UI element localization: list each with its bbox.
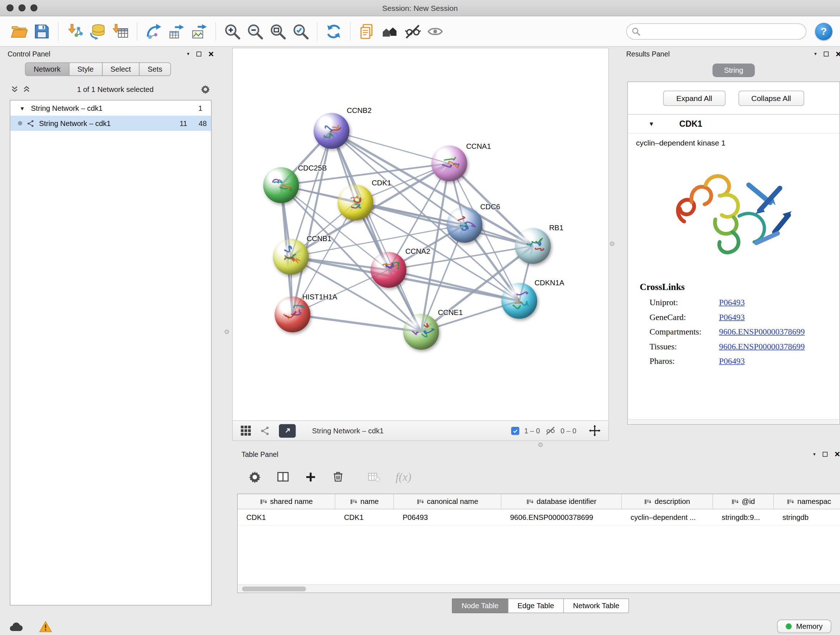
table-panel-float-icon[interactable]: [823, 451, 828, 456]
network-node-CCNE1[interactable]: [403, 314, 439, 350]
help-button[interactable]: ?: [815, 22, 832, 40]
gene-section-collapse-icon[interactable]: ▼: [649, 121, 654, 127]
selected-checkbox[interactable]: [511, 426, 519, 435]
network-node-CCNA2[interactable]: [371, 252, 407, 288]
hide-selected-button[interactable]: [401, 19, 424, 43]
export-image-button[interactable]: [188, 19, 210, 43]
table-cell[interactable]: cyclin–dependent ...: [622, 513, 713, 522]
network-node-CDK1[interactable]: [338, 185, 373, 220]
table-cell[interactable]: P06493: [394, 513, 501, 522]
refresh-button[interactable]: [322, 19, 345, 43]
column-header[interactable]: shared name: [238, 494, 335, 509]
network-node-CDKN1A[interactable]: [501, 283, 537, 319]
import-table-from-file-button[interactable]: [109, 19, 132, 43]
crosslink-value-link[interactable]: P06493: [719, 356, 745, 366]
open-session-button[interactable]: [8, 19, 30, 43]
table-panel-close-icon[interactable]: ×: [835, 449, 840, 459]
table-horizontal-scrollbar[interactable]: [238, 584, 840, 593]
network-node-HIST1H1A[interactable]: [275, 296, 310, 333]
splitter-handle-left[interactable]: [225, 330, 229, 334]
memory-button[interactable]: Memory: [777, 620, 831, 633]
tab-network[interactable]: Network: [25, 63, 69, 76]
clone-network-button[interactable]: [142, 19, 165, 43]
splitter-handle-bottom[interactable]: [538, 443, 543, 447]
network-edges[interactable]: [233, 49, 608, 421]
show-all-button[interactable]: [424, 19, 447, 43]
expand-all-networks-icon[interactable]: [11, 86, 19, 93]
network-node-CDC25B[interactable]: [264, 167, 299, 203]
tab-edge-table[interactable]: Edge Table: [508, 599, 564, 613]
table-cell[interactable]: stringdb: [774, 513, 840, 522]
export-table-button[interactable]: [165, 19, 188, 43]
warning-icon[interactable]: [39, 621, 52, 632]
control-panel-float-icon[interactable]: [196, 51, 202, 57]
table-row[interactable]: CDK1CDK1P064939606.ENSP00000378699cyclin…: [238, 509, 840, 526]
results-panel-collapse-icon[interactable]: ▾: [814, 51, 817, 57]
crosslink-value-link[interactable]: P06493: [719, 297, 745, 307]
results-tab-string[interactable]: String: [713, 64, 755, 78]
network-node-CCNB1[interactable]: [273, 239, 309, 275]
import-network-from-file-button[interactable]: [64, 19, 87, 43]
tab-node-table[interactable]: Node Table: [452, 599, 508, 613]
duplicate-page-button[interactable]: [355, 19, 378, 43]
crosslink-label: Pharos:: [650, 356, 719, 366]
table-cell[interactable]: CDK1: [238, 513, 335, 522]
collapse-all-networks-icon[interactable]: [23, 86, 30, 93]
control-panel-collapse-icon[interactable]: ▾: [187, 51, 189, 57]
split-columns-icon[interactable]: [276, 470, 290, 484]
table-cell[interactable]: stringdb:9...: [713, 513, 774, 522]
network-share-icon: [27, 119, 35, 127]
tab-sets[interactable]: Sets: [139, 63, 171, 76]
import-network-from-database-button[interactable]: [87, 19, 109, 43]
collapse-all-button[interactable]: Collapse All: [738, 91, 804, 106]
zoom-selected-button[interactable]: [289, 19, 312, 43]
column-header[interactable]: name: [335, 494, 394, 509]
table-panel-collapse-icon[interactable]: ▾: [813, 451, 816, 456]
scrollbar-thumb[interactable]: [242, 586, 306, 592]
zoom-out-icon: [246, 22, 264, 40]
tree-expand-icon[interactable]: ▼: [18, 105, 27, 111]
cloud-icon[interactable]: [9, 621, 24, 632]
column-header[interactable]: canonical name: [394, 494, 501, 509]
network-node-CCNB2[interactable]: [314, 113, 349, 149]
tab-network-table[interactable]: Network Table: [563, 599, 629, 613]
pan-crosshair-icon[interactable]: [589, 424, 601, 437]
table-cell[interactable]: 9606.ENSP00000378699: [501, 513, 622, 522]
add-column-plus-icon[interactable]: [305, 470, 317, 483]
network-collection-row[interactable]: ▼ String Network – cdk1 1: [11, 101, 211, 116]
save-icon: [33, 22, 51, 40]
column-header[interactable]: namespac: [774, 494, 840, 509]
crosslink-value-link[interactable]: 9606.ENSP00000378699: [719, 326, 805, 336]
gallery-homes-button[interactable]: [378, 19, 401, 43]
network-row-selected[interactable]: String Network – cdk1 11 48: [11, 116, 211, 131]
gear-icon[interactable]: [201, 84, 211, 95]
tab-select[interactable]: Select: [102, 63, 139, 76]
table-gear-icon[interactable]: [248, 470, 262, 484]
table-cell[interactable]: CDK1: [335, 513, 394, 522]
crosslink-value-link[interactable]: P06493: [719, 312, 745, 322]
results-panel-float-icon[interactable]: [824, 51, 829, 57]
splitter-handle-right[interactable]: [610, 242, 614, 246]
results-horizontal-scrollbar[interactable]: [628, 419, 839, 424]
network-node-CCNA1[interactable]: [431, 146, 467, 181]
tab-style[interactable]: Style: [69, 63, 103, 76]
birds-eye-grid-icon[interactable]: [240, 425, 251, 436]
delete-column-trash-icon[interactable]: [332, 470, 345, 483]
zoom-out-button[interactable]: [244, 19, 267, 43]
save-session-button[interactable]: [30, 19, 53, 43]
expand-all-button[interactable]: Expand All: [663, 91, 725, 106]
network-node-RB1[interactable]: [515, 228, 551, 264]
network-node-CDC6[interactable]: [447, 207, 483, 243]
column-header[interactable]: description: [622, 494, 713, 509]
open-in-new-window-button[interactable]: [279, 424, 296, 438]
results-panel-close-icon[interactable]: ×: [836, 49, 840, 59]
column-header[interactable]: @id: [713, 494, 774, 509]
zoom-fit-button[interactable]: [267, 19, 289, 43]
column-header[interactable]: database identifier: [501, 494, 622, 509]
control-panel-close-icon[interactable]: ×: [208, 49, 214, 59]
graph-view-icon[interactable]: [260, 425, 271, 436]
network-canvas[interactable]: CCNB2CCNA1CDC25BCDK1CDC6RB1CCNB1CCNA2CDK…: [233, 49, 608, 421]
crosslink-value-link[interactable]: 9606.ENSP00000378699: [719, 341, 805, 351]
search-input[interactable]: [626, 23, 806, 40]
zoom-in-button[interactable]: [221, 19, 244, 43]
